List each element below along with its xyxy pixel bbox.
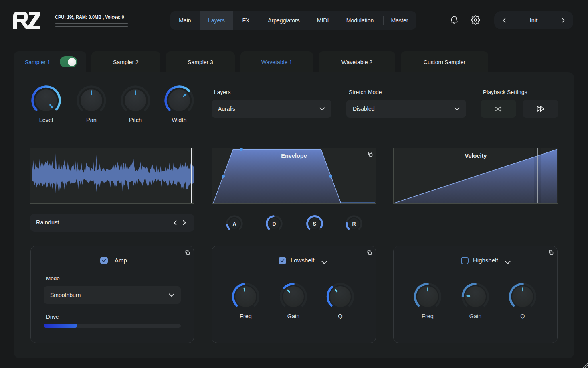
svg-text:S: S: [313, 221, 316, 227]
svg-text:A: A: [232, 221, 236, 227]
svg-text:R: R: [352, 221, 356, 227]
svg-text:D: D: [272, 221, 276, 227]
